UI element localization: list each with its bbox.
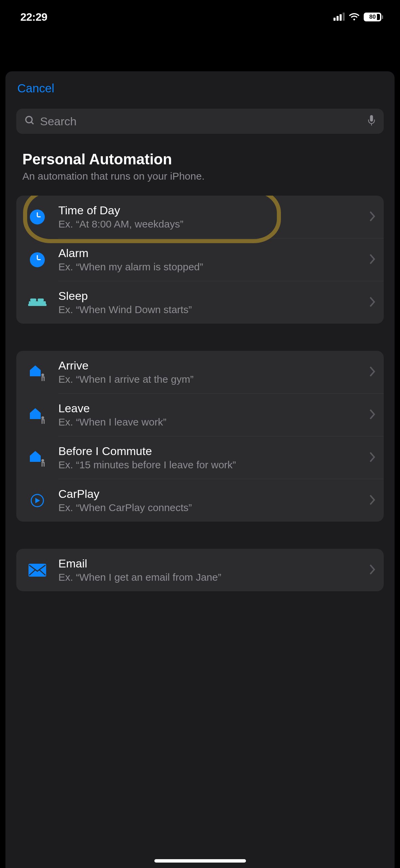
house-leave-icon [26, 404, 48, 426]
cancel-button[interactable]: Cancel [17, 82, 54, 95]
email-icon [26, 559, 48, 581]
row-subtitle: Ex. “When CarPlay connects” [58, 502, 369, 513]
search-input[interactable] [40, 115, 363, 128]
trigger-row-alarm[interactable]: Alarm Ex. “When my alarm is stopped” [16, 238, 384, 281]
chevron-right-icon [369, 254, 376, 266]
row-title: Sleep [58, 289, 369, 303]
row-title: Time of Day [58, 204, 369, 217]
row-title: Email [58, 557, 369, 570]
row-title: CarPlay [58, 487, 369, 501]
row-subtitle: Ex. “When I leave work” [58, 416, 369, 428]
row-subtitle: Ex. “When Wind Down starts” [58, 304, 369, 315]
page-title: Personal Automation [22, 151, 378, 168]
trigger-row-leave[interactable]: Leave Ex. “When I leave work” [16, 394, 384, 436]
battery-indicator: 80 [364, 13, 383, 21]
chevron-right-icon [369, 297, 376, 308]
wifi-icon [349, 12, 360, 22]
svg-rect-2 [370, 115, 373, 122]
automation-sheet: Cancel Personal Automation An automation… [5, 71, 395, 868]
house-arrive-icon [26, 361, 48, 383]
status-indicators: 80 [334, 12, 383, 22]
trigger-row-before-commute[interactable]: Before I Commute Ex. “15 minutes before … [16, 436, 384, 479]
svg-rect-12 [28, 564, 46, 577]
chevron-right-icon [369, 366, 376, 378]
chevron-right-icon [369, 211, 376, 223]
row-subtitle: Ex. “At 8:00 AM, weekdays” [58, 218, 369, 230]
svg-rect-6 [30, 299, 36, 301]
house-commute-icon [26, 447, 48, 469]
svg-point-8 [41, 374, 44, 376]
status-bar: 22:29 80 [0, 0, 400, 34]
trigger-row-sleep[interactable]: Sleep Ex. “When Wind Down starts” [16, 281, 384, 324]
status-time: 22:29 [20, 11, 47, 23]
row-subtitle: Ex. “When my alarm is stopped” [58, 261, 369, 273]
chevron-right-icon [369, 452, 376, 464]
trigger-row-email[interactable]: Email Ex. “When I get an email from Jane… [16, 549, 384, 591]
chevron-right-icon [369, 564, 376, 576]
row-title: Arrive [58, 359, 369, 372]
svg-point-10 [41, 459, 44, 462]
row-title: Alarm [58, 247, 369, 260]
svg-point-9 [41, 416, 44, 419]
svg-line-1 [31, 122, 34, 124]
chevron-right-icon [369, 495, 376, 506]
row-title: Before I Commute [58, 445, 369, 458]
trigger-row-carplay[interactable]: CarPlay Ex. “When CarPlay connects” [16, 479, 384, 522]
row-subtitle: Ex. “When I get an email from Jane” [58, 572, 369, 583]
section-header: Personal Automation An automation that r… [5, 134, 395, 189]
bed-icon [26, 292, 48, 313]
carplay-icon [26, 490, 48, 511]
svg-rect-5 [28, 304, 46, 306]
trigger-row-arrive[interactable]: Arrive Ex. “When I arrive at the gym” [16, 351, 384, 393]
clock-icon [26, 206, 48, 228]
row-subtitle: Ex. “When I arrive at the gym” [58, 374, 369, 385]
svg-rect-7 [38, 299, 44, 301]
clock-icon [26, 249, 48, 271]
trigger-group-communication: Email Ex. “When I get an email from Jane… [16, 549, 384, 591]
trigger-group-location: Arrive Ex. “When I arrive at the gym” Le… [16, 351, 384, 522]
trigger-group-time: Time of Day Ex. “At 8:00 AM, weekdays” A… [16, 196, 384, 324]
row-title: Leave [58, 402, 369, 415]
search-field[interactable] [16, 109, 384, 134]
svg-point-0 [26, 116, 32, 123]
home-indicator[interactable] [154, 859, 246, 863]
sheet-header: Cancel [5, 71, 395, 102]
row-subtitle: Ex. “15 minutes before I leave for work” [58, 459, 369, 471]
microphone-icon[interactable] [367, 115, 376, 127]
trigger-row-time-of-day[interactable]: Time of Day Ex. “At 8:00 AM, weekdays” [16, 196, 384, 238]
cellular-signal-icon [334, 13, 345, 21]
search-icon [24, 115, 35, 127]
page-subtitle: An automation that runs on your iPhone. [22, 170, 378, 182]
chevron-right-icon [369, 409, 376, 421]
